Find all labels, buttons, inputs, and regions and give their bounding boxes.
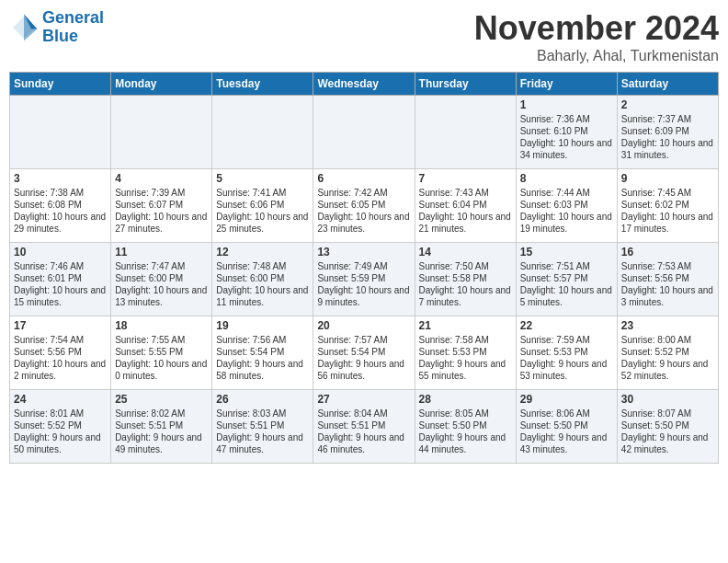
day-info: Sunset: 5:50 PM bbox=[419, 419, 512, 431]
day-cell bbox=[313, 96, 415, 169]
day-number: 25 bbox=[115, 393, 208, 406]
day-cell: 4Sunrise: 7:39 AMSunset: 6:07 PMDaylight… bbox=[111, 169, 212, 243]
day-info: Daylight: 9 hours and 46 minutes. bbox=[317, 431, 410, 455]
day-info: Daylight: 10 hours and 34 minutes. bbox=[520, 137, 613, 161]
day-info: Daylight: 9 hours and 58 minutes. bbox=[216, 358, 309, 382]
day-number: 9 bbox=[621, 172, 714, 185]
day-info: Daylight: 9 hours and 44 minutes. bbox=[419, 431, 512, 455]
location-title: Baharly, Ahal, Turkmenistan bbox=[474, 48, 719, 64]
day-info: Sunrise: 8:05 AM bbox=[419, 408, 512, 419]
day-info: Daylight: 10 hours and 2 minutes. bbox=[14, 358, 107, 382]
page-header: General Blue November 2024 Baharly, Ahal… bbox=[9, 9, 719, 64]
day-info: Daylight: 10 hours and 27 minutes. bbox=[115, 211, 208, 235]
day-cell: 26Sunrise: 8:03 AMSunset: 5:51 PMDayligh… bbox=[212, 390, 313, 464]
day-info: Daylight: 10 hours and 5 minutes. bbox=[520, 284, 613, 308]
day-info: Sunrise: 7:39 AM bbox=[115, 187, 208, 199]
day-cell: 18Sunrise: 7:55 AMSunset: 5:55 PMDayligh… bbox=[111, 316, 212, 390]
day-number: 7 bbox=[419, 172, 512, 185]
day-number: 2 bbox=[621, 98, 714, 111]
day-info: Sunrise: 7:49 AM bbox=[317, 260, 410, 272]
day-number: 30 bbox=[621, 393, 714, 406]
day-number: 22 bbox=[520, 319, 613, 332]
day-cell bbox=[212, 96, 313, 169]
day-number: 15 bbox=[520, 246, 613, 259]
day-info: Sunset: 6:00 PM bbox=[115, 272, 208, 284]
day-cell: 7Sunrise: 7:43 AMSunset: 6:04 PMDaylight… bbox=[415, 169, 516, 243]
day-cell: 22Sunrise: 7:59 AMSunset: 5:53 PMDayligh… bbox=[516, 316, 617, 390]
day-cell: 28Sunrise: 8:05 AMSunset: 5:50 PMDayligh… bbox=[415, 390, 516, 464]
day-info: Sunrise: 8:00 AM bbox=[621, 334, 714, 346]
title-block: November 2024 Baharly, Ahal, Turkmenista… bbox=[474, 9, 719, 64]
week-row-1: 3Sunrise: 7:38 AMSunset: 6:08 PMDaylight… bbox=[10, 169, 719, 243]
day-number: 27 bbox=[317, 393, 410, 406]
day-cell: 25Sunrise: 8:02 AMSunset: 5:51 PMDayligh… bbox=[111, 390, 212, 464]
day-cell: 19Sunrise: 7:56 AMSunset: 5:54 PMDayligh… bbox=[212, 316, 313, 390]
day-info: Daylight: 10 hours and 19 minutes. bbox=[520, 211, 613, 235]
day-number: 13 bbox=[317, 246, 410, 259]
day-info: Sunset: 5:50 PM bbox=[520, 419, 613, 431]
day-info: Sunset: 5:56 PM bbox=[621, 272, 714, 284]
day-info: Sunset: 5:51 PM bbox=[216, 419, 309, 431]
day-info: Sunset: 6:03 PM bbox=[520, 199, 613, 211]
day-cell: 21Sunrise: 7:58 AMSunset: 5:53 PMDayligh… bbox=[415, 316, 516, 390]
day-cell: 12Sunrise: 7:48 AMSunset: 6:00 PMDayligh… bbox=[212, 243, 313, 316]
day-info: Sunrise: 7:38 AM bbox=[14, 187, 107, 199]
day-info: Sunset: 6:09 PM bbox=[621, 125, 714, 137]
day-number: 29 bbox=[520, 393, 613, 406]
header-cell-tuesday: Tuesday bbox=[212, 73, 313, 96]
day-cell: 16Sunrise: 7:53 AMSunset: 5:56 PMDayligh… bbox=[617, 243, 718, 316]
day-cell: 6Sunrise: 7:42 AMSunset: 6:05 PMDaylight… bbox=[313, 169, 415, 243]
day-info: Sunset: 6:04 PM bbox=[419, 199, 512, 211]
week-row-4: 24Sunrise: 8:01 AMSunset: 5:52 PMDayligh… bbox=[10, 390, 719, 464]
day-info: Sunrise: 8:06 AM bbox=[520, 408, 613, 419]
day-info: Sunrise: 7:55 AM bbox=[115, 334, 208, 346]
day-number: 1 bbox=[520, 98, 613, 111]
day-number: 21 bbox=[419, 319, 512, 332]
day-cell: 20Sunrise: 7:57 AMSunset: 5:54 PMDayligh… bbox=[313, 316, 415, 390]
day-info: Sunrise: 7:56 AM bbox=[216, 334, 309, 346]
day-info: Sunset: 5:52 PM bbox=[621, 346, 714, 358]
day-cell: 17Sunrise: 7:54 AMSunset: 5:56 PMDayligh… bbox=[10, 316, 111, 390]
day-info: Sunrise: 7:48 AM bbox=[216, 260, 309, 272]
day-info: Sunset: 6:01 PM bbox=[14, 272, 107, 284]
calendar-table: SundayMondayTuesdayWednesdayThursdayFrid… bbox=[9, 72, 719, 464]
day-info: Sunset: 5:52 PM bbox=[14, 419, 107, 431]
day-info: Sunset: 5:54 PM bbox=[216, 346, 309, 358]
day-info: Daylight: 10 hours and 3 minutes. bbox=[621, 284, 714, 308]
day-number: 19 bbox=[216, 319, 309, 332]
day-info: Daylight: 10 hours and 25 minutes. bbox=[216, 211, 309, 235]
day-cell bbox=[111, 96, 212, 169]
day-info: Sunset: 6:00 PM bbox=[216, 272, 309, 284]
day-info: Sunset: 5:57 PM bbox=[520, 272, 613, 284]
day-cell: 24Sunrise: 8:01 AMSunset: 5:52 PMDayligh… bbox=[10, 390, 111, 464]
day-info: Sunrise: 7:41 AM bbox=[216, 187, 309, 199]
logo-icon bbox=[9, 13, 39, 42]
day-info: Sunset: 6:06 PM bbox=[216, 199, 309, 211]
day-number: 23 bbox=[621, 319, 714, 332]
day-info: Sunset: 6:08 PM bbox=[14, 199, 107, 211]
day-info: Sunrise: 7:57 AM bbox=[317, 334, 410, 346]
day-cell bbox=[10, 96, 111, 169]
day-number: 20 bbox=[317, 319, 410, 332]
day-info: Daylight: 10 hours and 9 minutes. bbox=[317, 284, 410, 308]
day-info: Sunrise: 8:03 AM bbox=[216, 408, 309, 419]
calendar-body: 1Sunrise: 7:36 AMSunset: 6:10 PMDaylight… bbox=[10, 96, 719, 464]
day-info: Sunset: 5:51 PM bbox=[317, 419, 410, 431]
day-info: Daylight: 10 hours and 15 minutes. bbox=[14, 284, 107, 308]
day-info: Sunrise: 7:44 AM bbox=[520, 187, 613, 199]
day-info: Daylight: 10 hours and 17 minutes. bbox=[621, 211, 714, 235]
day-info: Sunrise: 8:04 AM bbox=[317, 408, 410, 419]
day-info: Sunset: 6:02 PM bbox=[621, 199, 714, 211]
day-info: Sunset: 6:10 PM bbox=[520, 125, 613, 137]
day-info: Daylight: 10 hours and 7 minutes. bbox=[419, 284, 512, 308]
day-cell: 27Sunrise: 8:04 AMSunset: 5:51 PMDayligh… bbox=[313, 390, 415, 464]
day-info: Daylight: 9 hours and 47 minutes. bbox=[216, 431, 309, 455]
header-cell-sunday: Sunday bbox=[10, 73, 111, 96]
day-info: Sunset: 5:53 PM bbox=[520, 346, 613, 358]
day-info: Daylight: 10 hours and 0 minutes. bbox=[115, 358, 208, 382]
header-cell-monday: Monday bbox=[111, 73, 212, 96]
day-cell: 29Sunrise: 8:06 AMSunset: 5:50 PMDayligh… bbox=[516, 390, 617, 464]
day-info: Sunrise: 7:58 AM bbox=[419, 334, 512, 346]
day-number: 11 bbox=[115, 246, 208, 259]
day-info: Daylight: 9 hours and 43 minutes. bbox=[520, 431, 613, 455]
